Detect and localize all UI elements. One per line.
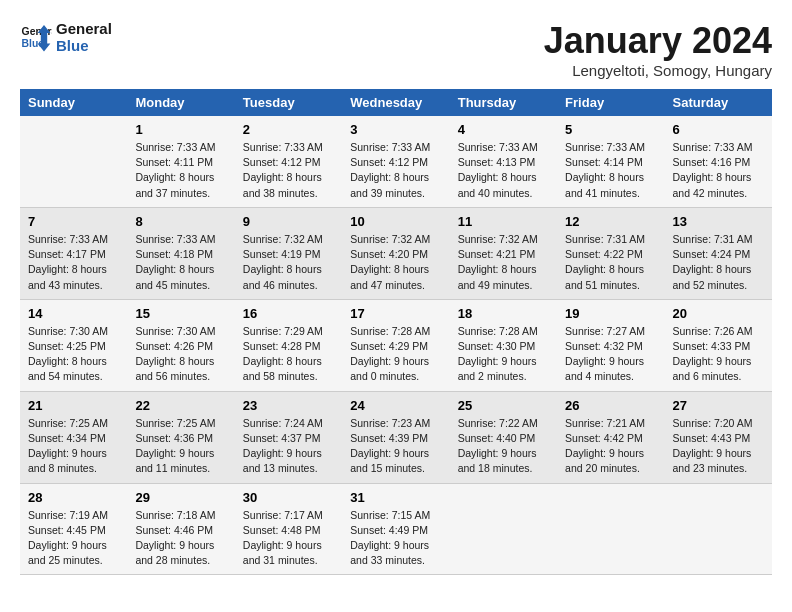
calendar-cell: 30Sunrise: 7:17 AMSunset: 4:48 PMDayligh… xyxy=(235,483,342,575)
weekday-header-wednesday: Wednesday xyxy=(342,89,449,116)
calendar-cell: 24Sunrise: 7:23 AMSunset: 4:39 PMDayligh… xyxy=(342,391,449,483)
cell-info: Sunrise: 7:30 AMSunset: 4:26 PMDaylight:… xyxy=(135,324,226,385)
calendar-cell: 9Sunrise: 7:32 AMSunset: 4:19 PMDaylight… xyxy=(235,207,342,299)
day-number: 15 xyxy=(135,306,226,321)
calendar-cell: 6Sunrise: 7:33 AMSunset: 4:16 PMDaylight… xyxy=(665,116,772,207)
calendar-cell: 13Sunrise: 7:31 AMSunset: 4:24 PMDayligh… xyxy=(665,207,772,299)
day-number: 29 xyxy=(135,490,226,505)
day-number: 17 xyxy=(350,306,441,321)
day-number: 8 xyxy=(135,214,226,229)
calendar-cell: 23Sunrise: 7:24 AMSunset: 4:37 PMDayligh… xyxy=(235,391,342,483)
month-year-title: January 2024 xyxy=(544,20,772,62)
cell-info: Sunrise: 7:33 AMSunset: 4:12 PMDaylight:… xyxy=(350,140,441,201)
weekday-header-tuesday: Tuesday xyxy=(235,89,342,116)
day-number: 2 xyxy=(243,122,334,137)
cell-info: Sunrise: 7:24 AMSunset: 4:37 PMDaylight:… xyxy=(243,416,334,477)
calendar-cell: 10Sunrise: 7:32 AMSunset: 4:20 PMDayligh… xyxy=(342,207,449,299)
cell-info: Sunrise: 7:33 AMSunset: 4:18 PMDaylight:… xyxy=(135,232,226,293)
calendar-cell: 22Sunrise: 7:25 AMSunset: 4:36 PMDayligh… xyxy=(127,391,234,483)
cell-info: Sunrise: 7:25 AMSunset: 4:34 PMDaylight:… xyxy=(28,416,119,477)
weekday-header-sunday: Sunday xyxy=(20,89,127,116)
cell-info: Sunrise: 7:33 AMSunset: 4:17 PMDaylight:… xyxy=(28,232,119,293)
day-number: 26 xyxy=(565,398,656,413)
cell-info: Sunrise: 7:17 AMSunset: 4:48 PMDaylight:… xyxy=(243,508,334,569)
day-number: 11 xyxy=(458,214,549,229)
calendar-week-row: 21Sunrise: 7:25 AMSunset: 4:34 PMDayligh… xyxy=(20,391,772,483)
calendar-cell: 25Sunrise: 7:22 AMSunset: 4:40 PMDayligh… xyxy=(450,391,557,483)
cell-info: Sunrise: 7:33 AMSunset: 4:13 PMDaylight:… xyxy=(458,140,549,201)
day-number: 1 xyxy=(135,122,226,137)
day-number: 13 xyxy=(673,214,764,229)
calendar-cell: 15Sunrise: 7:30 AMSunset: 4:26 PMDayligh… xyxy=(127,299,234,391)
calendar-cell: 16Sunrise: 7:29 AMSunset: 4:28 PMDayligh… xyxy=(235,299,342,391)
calendar-cell xyxy=(20,116,127,207)
weekday-header-saturday: Saturday xyxy=(665,89,772,116)
cell-info: Sunrise: 7:28 AMSunset: 4:30 PMDaylight:… xyxy=(458,324,549,385)
cell-info: Sunrise: 7:15 AMSunset: 4:49 PMDaylight:… xyxy=(350,508,441,569)
cell-info: Sunrise: 7:18 AMSunset: 4:46 PMDaylight:… xyxy=(135,508,226,569)
logo: General Blue General Blue xyxy=(20,20,112,54)
cell-info: Sunrise: 7:32 AMSunset: 4:21 PMDaylight:… xyxy=(458,232,549,293)
calendar-cell: 3Sunrise: 7:33 AMSunset: 4:12 PMDaylight… xyxy=(342,116,449,207)
calendar-week-row: 28Sunrise: 7:19 AMSunset: 4:45 PMDayligh… xyxy=(20,483,772,575)
calendar-cell: 28Sunrise: 7:19 AMSunset: 4:45 PMDayligh… xyxy=(20,483,127,575)
calendar-cell: 27Sunrise: 7:20 AMSunset: 4:43 PMDayligh… xyxy=(665,391,772,483)
cell-info: Sunrise: 7:33 AMSunset: 4:11 PMDaylight:… xyxy=(135,140,226,201)
weekday-header-row: SundayMondayTuesdayWednesdayThursdayFrid… xyxy=(20,89,772,116)
day-number: 28 xyxy=(28,490,119,505)
cell-info: Sunrise: 7:33 AMSunset: 4:12 PMDaylight:… xyxy=(243,140,334,201)
weekday-header-thursday: Thursday xyxy=(450,89,557,116)
calendar-cell: 11Sunrise: 7:32 AMSunset: 4:21 PMDayligh… xyxy=(450,207,557,299)
cell-info: Sunrise: 7:28 AMSunset: 4:29 PMDaylight:… xyxy=(350,324,441,385)
cell-info: Sunrise: 7:33 AMSunset: 4:16 PMDaylight:… xyxy=(673,140,764,201)
day-number: 5 xyxy=(565,122,656,137)
calendar-cell xyxy=(557,483,664,575)
weekday-header-monday: Monday xyxy=(127,89,234,116)
cell-info: Sunrise: 7:33 AMSunset: 4:14 PMDaylight:… xyxy=(565,140,656,201)
cell-info: Sunrise: 7:27 AMSunset: 4:32 PMDaylight:… xyxy=(565,324,656,385)
calendar-cell: 8Sunrise: 7:33 AMSunset: 4:18 PMDaylight… xyxy=(127,207,234,299)
day-number: 9 xyxy=(243,214,334,229)
day-number: 4 xyxy=(458,122,549,137)
calendar-cell: 12Sunrise: 7:31 AMSunset: 4:22 PMDayligh… xyxy=(557,207,664,299)
day-number: 27 xyxy=(673,398,764,413)
calendar-cell: 29Sunrise: 7:18 AMSunset: 4:46 PMDayligh… xyxy=(127,483,234,575)
calendar-cell xyxy=(665,483,772,575)
calendar-cell: 2Sunrise: 7:33 AMSunset: 4:12 PMDaylight… xyxy=(235,116,342,207)
day-number: 10 xyxy=(350,214,441,229)
cell-info: Sunrise: 7:32 AMSunset: 4:20 PMDaylight:… xyxy=(350,232,441,293)
calendar-cell: 26Sunrise: 7:21 AMSunset: 4:42 PMDayligh… xyxy=(557,391,664,483)
day-number: 6 xyxy=(673,122,764,137)
calendar-table: SundayMondayTuesdayWednesdayThursdayFrid… xyxy=(20,89,772,575)
calendar-week-row: 7Sunrise: 7:33 AMSunset: 4:17 PMDaylight… xyxy=(20,207,772,299)
day-number: 18 xyxy=(458,306,549,321)
calendar-cell: 1Sunrise: 7:33 AMSunset: 4:11 PMDaylight… xyxy=(127,116,234,207)
location-subtitle: Lengyeltoti, Somogy, Hungary xyxy=(544,62,772,79)
cell-info: Sunrise: 7:22 AMSunset: 4:40 PMDaylight:… xyxy=(458,416,549,477)
calendar-cell xyxy=(450,483,557,575)
day-number: 16 xyxy=(243,306,334,321)
cell-info: Sunrise: 7:21 AMSunset: 4:42 PMDaylight:… xyxy=(565,416,656,477)
day-number: 12 xyxy=(565,214,656,229)
calendar-cell: 5Sunrise: 7:33 AMSunset: 4:14 PMDaylight… xyxy=(557,116,664,207)
day-number: 14 xyxy=(28,306,119,321)
day-number: 3 xyxy=(350,122,441,137)
calendar-cell: 31Sunrise: 7:15 AMSunset: 4:49 PMDayligh… xyxy=(342,483,449,575)
calendar-cell: 21Sunrise: 7:25 AMSunset: 4:34 PMDayligh… xyxy=(20,391,127,483)
day-number: 19 xyxy=(565,306,656,321)
calendar-cell: 7Sunrise: 7:33 AMSunset: 4:17 PMDaylight… xyxy=(20,207,127,299)
calendar-cell: 4Sunrise: 7:33 AMSunset: 4:13 PMDaylight… xyxy=(450,116,557,207)
cell-info: Sunrise: 7:31 AMSunset: 4:24 PMDaylight:… xyxy=(673,232,764,293)
calendar-cell: 18Sunrise: 7:28 AMSunset: 4:30 PMDayligh… xyxy=(450,299,557,391)
day-number: 7 xyxy=(28,214,119,229)
cell-info: Sunrise: 7:30 AMSunset: 4:25 PMDaylight:… xyxy=(28,324,119,385)
cell-info: Sunrise: 7:31 AMSunset: 4:22 PMDaylight:… xyxy=(565,232,656,293)
page-header: General Blue General Blue January 2024 L… xyxy=(20,20,772,79)
calendar-cell: 14Sunrise: 7:30 AMSunset: 4:25 PMDayligh… xyxy=(20,299,127,391)
logo-blue: Blue xyxy=(56,37,112,54)
day-number: 30 xyxy=(243,490,334,505)
day-number: 31 xyxy=(350,490,441,505)
cell-info: Sunrise: 7:20 AMSunset: 4:43 PMDaylight:… xyxy=(673,416,764,477)
cell-info: Sunrise: 7:19 AMSunset: 4:45 PMDaylight:… xyxy=(28,508,119,569)
day-number: 23 xyxy=(243,398,334,413)
